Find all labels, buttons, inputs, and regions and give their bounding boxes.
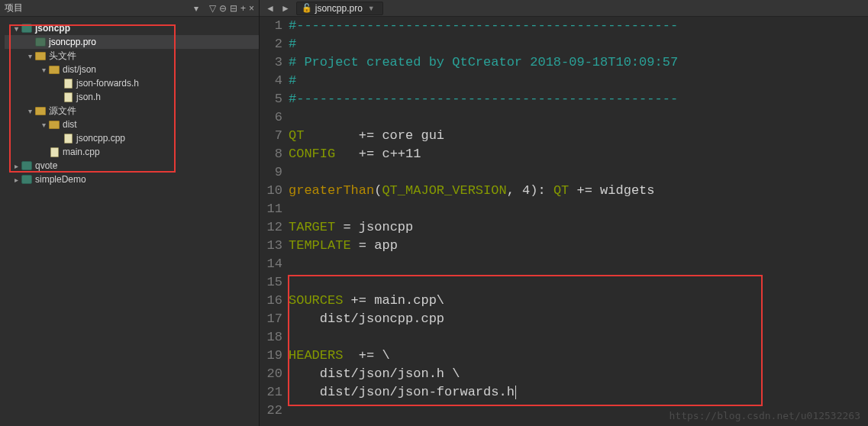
tree-item[interactable]: json.h xyxy=(5,90,259,104)
project-sidebar: 项目 ▾ ▽ ⊖ ⊟ + × ▾jsoncppjsoncpp.pro▾头文件▾d… xyxy=(0,0,260,426)
twisty-icon[interactable]: ▾ xyxy=(11,24,21,33)
tree-item-label: jsoncpp.cpp xyxy=(76,133,125,144)
code-line[interactable]: dist/jsoncpp.cpp xyxy=(289,310,868,328)
twisty-icon[interactable]: ▾ xyxy=(24,107,35,115)
line-number: 9 xyxy=(260,163,282,182)
file-tab[interactable]: 🔓 jsoncpp.pro ▼ xyxy=(296,2,383,15)
line-number: 17 xyxy=(260,310,282,328)
twisty-icon[interactable]: ▸ xyxy=(11,176,21,184)
code-line[interactable]: TARGET = jsoncpp xyxy=(289,218,868,237)
token: += core gui xyxy=(304,128,444,143)
code-line[interactable]: # xyxy=(289,35,868,53)
twisty-icon[interactable]: ▸ xyxy=(11,162,21,170)
tree-item-label: simpleDemo xyxy=(35,174,86,185)
proj-icon xyxy=(21,23,32,34)
token: dist/json/json-forwards.h xyxy=(289,385,515,399)
twisty-icon[interactable]: ▾ xyxy=(38,121,49,129)
code-area[interactable]: 12345678910111213141516171819202122 #---… xyxy=(260,17,868,426)
tree-item[interactable]: ▾dist/json xyxy=(5,63,259,76)
token: QT xyxy=(553,183,569,198)
add-icon[interactable]: + xyxy=(240,3,246,14)
code-line[interactable]: # xyxy=(289,72,868,90)
token: , 4): xyxy=(507,183,553,198)
code-line[interactable] xyxy=(289,200,868,218)
code-line[interactable]: greaterThan(QT_MAJOR_VERSION, 4): QT += … xyxy=(289,182,868,200)
sidebar-toolbar: ▾ ▽ ⊖ ⊟ + × xyxy=(194,3,254,14)
code-line[interactable]: TEMPLATE = app xyxy=(289,237,868,255)
code-line[interactable]: dist/json/json.h \ xyxy=(289,365,868,383)
folder-icon xyxy=(49,64,60,75)
tree-item[interactable]: jsoncpp.pro xyxy=(5,35,259,49)
twisty-icon[interactable]: ▾ xyxy=(24,52,35,60)
link-icon[interactable]: ⊖ xyxy=(219,3,227,14)
tree-item-label: dist/json xyxy=(63,64,96,75)
tree-item[interactable]: main.cpp xyxy=(5,145,259,159)
code-editor: ◄ ► 🔓 jsoncpp.pro ▼ 12345678910111213141… xyxy=(260,0,868,426)
tree-item-label: 源文件 xyxy=(49,105,76,118)
code-line[interactable]: CONFIG += c++11 xyxy=(289,145,868,163)
tree-item-label: 头文件 xyxy=(49,50,76,63)
folder-icon xyxy=(35,105,46,116)
tree-item[interactable]: ▾jsoncpp xyxy=(5,21,259,35)
line-number: 4 xyxy=(260,72,282,90)
tree-item[interactable]: jsoncpp.cpp xyxy=(5,131,259,145)
tree-item[interactable]: ▸qvote xyxy=(5,159,259,173)
code-line[interactable]: dist/json/json-forwards.h xyxy=(289,383,868,402)
line-number: 16 xyxy=(260,292,282,310)
line-number: 8 xyxy=(260,145,282,163)
code-line[interactable] xyxy=(289,163,868,182)
token: TEMPLATE xyxy=(289,238,351,253)
code-line[interactable]: SOURCES += main.cpp\ xyxy=(289,292,868,310)
line-number: 12 xyxy=(260,218,282,237)
nav-back-icon[interactable]: ◄ xyxy=(266,3,275,14)
code-content[interactable]: #---------------------------------------… xyxy=(289,17,868,426)
code-line[interactable]: QT += core gui xyxy=(289,127,868,145)
tree-item[interactable]: json-forwards.h xyxy=(5,76,259,90)
token: QT_MAJOR_VERSION xyxy=(382,183,506,198)
token: += widgets xyxy=(569,183,654,198)
dropdown-icon[interactable]: ▾ xyxy=(194,3,198,14)
editor-toolbar: ◄ ► 🔓 jsoncpp.pro ▼ xyxy=(260,0,868,17)
token: += \ xyxy=(343,348,389,363)
token: SOURCES xyxy=(289,293,343,308)
token: CONFIG xyxy=(289,147,335,161)
text-cursor xyxy=(515,385,516,399)
project-tree[interactable]: ▾jsoncppjsoncpp.pro▾头文件▾dist/jsonjson-fo… xyxy=(0,17,259,186)
code-line[interactable] xyxy=(289,328,868,347)
code-line[interactable]: HEADERS += \ xyxy=(289,347,868,365)
split-icon[interactable]: ⊟ xyxy=(230,3,237,14)
chevron-down-icon[interactable]: ▼ xyxy=(368,5,375,12)
line-number: 1 xyxy=(260,17,282,35)
tree-item[interactable]: ▸simpleDemo xyxy=(5,173,259,186)
token: #---------------------------------------… xyxy=(289,92,678,106)
tree-item[interactable]: ▾头文件 xyxy=(5,49,259,63)
line-gutter: 12345678910111213141516171819202122 xyxy=(260,17,289,426)
code-line[interactable]: # Project created by QtCreator 2018-09-1… xyxy=(289,53,868,72)
pro-icon xyxy=(35,37,46,47)
hdr-icon xyxy=(63,78,73,89)
line-number: 21 xyxy=(260,383,282,402)
file-tab-name: jsoncpp.pro xyxy=(315,3,363,14)
nav-fwd-icon[interactable]: ► xyxy=(281,3,290,14)
twisty-icon[interactable]: ▾ xyxy=(38,66,49,74)
tree-item[interactable]: ▾源文件 xyxy=(5,104,259,118)
token: greaterThan xyxy=(289,183,374,198)
line-number: 19 xyxy=(260,347,282,365)
code-line[interactable] xyxy=(289,273,868,292)
token: HEADERS xyxy=(289,348,343,363)
tree-item-label: json-forwards.h xyxy=(76,78,139,89)
token: += c++11 xyxy=(335,147,421,161)
filter-icon[interactable]: ▽ xyxy=(209,3,216,14)
tree-item[interactable]: ▾dist xyxy=(5,118,259,131)
token: # xyxy=(289,73,296,88)
code-line[interactable] xyxy=(289,108,868,127)
code-line[interactable]: #---------------------------------------… xyxy=(289,17,868,35)
close-icon[interactable]: × xyxy=(249,3,254,14)
token: dist/jsoncpp.cpp xyxy=(289,311,444,326)
line-number: 6 xyxy=(260,108,282,127)
tree-item-label: main.cpp xyxy=(63,147,100,157)
code-line[interactable]: #---------------------------------------… xyxy=(289,90,868,108)
line-number: 7 xyxy=(260,127,282,145)
code-line[interactable] xyxy=(289,255,868,273)
watermark: https://blog.csdn.net/u012532263 xyxy=(670,410,860,421)
